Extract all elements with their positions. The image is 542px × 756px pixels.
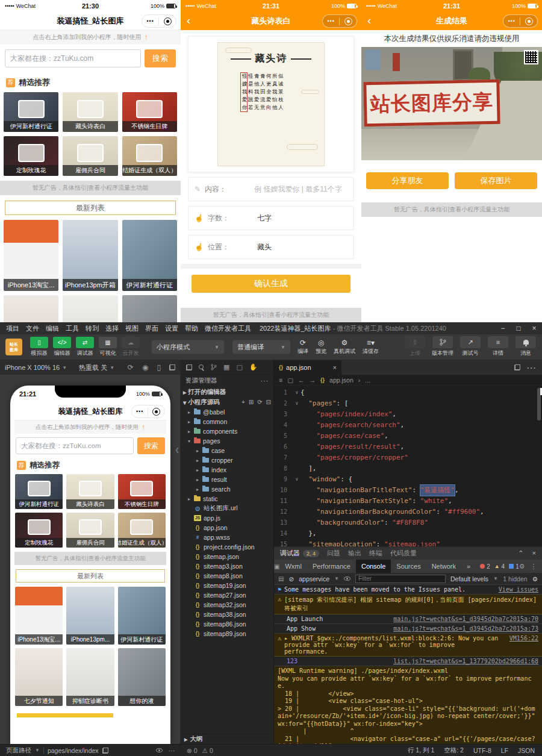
tree-folder[interactable]: ▸index [181, 465, 273, 475]
clear-console-icon[interactable]: ⊘ [288, 575, 294, 583]
source-link[interactable]: VM156:22 [505, 635, 538, 642]
source-link[interactable]: list.js?t=wechat&s=1_13779202bd2966d1:68 [388, 658, 538, 664]
split-editor-icon[interactable] [514, 364, 520, 370]
case-card[interactable] [122, 295, 177, 322]
source-link[interactable]: main.js?t=wechat&s=1_d3945d2ba7c2015a:73 [388, 625, 538, 632]
content-field-row[interactable]: ✎ 内容： 例 怪嫂我爱你 | 最多11个字 [188, 177, 354, 201]
tab-code-quality[interactable]: 代码质量 [390, 549, 417, 558]
tree-file[interactable]: JSapp.js [181, 513, 273, 523]
upload-button[interactable]: ⇧上传 [401, 336, 429, 357]
compile-mode-select[interactable]: 普通编译▼ [232, 340, 290, 354]
collapse-all-icon[interactable]: ⊟ [266, 399, 271, 405]
tree-file[interactable]: {}app.json [181, 523, 273, 533]
view-issues-link[interactable]: View issues [494, 586, 538, 593]
live-expression-eye-icon[interactable] [344, 576, 350, 581]
case-card[interactable]: iPhone13pm... [66, 587, 114, 645]
case-card[interactable]: 不锈钢生日牌 [122, 92, 177, 132]
tree-file[interactable]: {}sitemap.json [181, 552, 273, 561]
tree-file[interactable]: {}sitemap27.json [181, 590, 273, 600]
case-card[interactable]: 不锈钢生日牌 [118, 474, 166, 509]
close-button[interactable]: × [526, 324, 542, 333]
console-filter-input[interactable] [355, 575, 446, 583]
tree-file[interactable]: {}sitemap32.json [181, 600, 273, 610]
capsule-menu[interactable]: ••• [322, 14, 357, 28]
case-card[interactable]: 抑郁症诊断书 [66, 648, 114, 706]
generate-button[interactable]: 确认生成 [192, 275, 350, 293]
share-button[interactable]: 分享朋友 [366, 172, 449, 189]
search-button[interactable]: 搜索 [137, 437, 165, 454]
multi-window-icon[interactable] [169, 364, 175, 370]
bookmark-icon[interactable]: ▢ [287, 376, 293, 384]
outline-icon[interactable]: ≡ [279, 376, 282, 384]
tab-terminal[interactable]: 终端 [369, 549, 382, 558]
menu-item[interactable]: 项目 [6, 324, 19, 333]
source-control-icon[interactable] [211, 364, 217, 370]
nav-forward-icon[interactable]: → [310, 376, 316, 384]
menu-item[interactable]: 文件 [26, 324, 39, 333]
tab-network[interactable]: Network [426, 560, 461, 573]
tree-file[interactable]: {}project.config.json [181, 542, 273, 552]
record-icon[interactable]: ◉ [142, 363, 148, 372]
more-icon[interactable]: ⋯ [526, 362, 536, 373]
tree-file[interactable]: {}sitemap19.json [181, 581, 273, 590]
tree-file[interactable]: {}sitemap3.json [181, 561, 273, 571]
minimize-target-icon[interactable] [344, 17, 352, 25]
project-root-row[interactable]: ▾小程序源码 +⊞⟳⊟ [181, 397, 273, 407]
collapse-icon[interactable]: ⌃ [518, 549, 523, 557]
tree-file[interactable]: {}sitemap8.json [181, 571, 273, 581]
minimize-target-icon[interactable] [164, 17, 172, 25]
nav-back-icon[interactable]: ← [298, 376, 305, 384]
more-icon[interactable]: ⋯ [169, 747, 175, 754]
settings-gear-icon[interactable]: ⚙ [532, 575, 538, 583]
copy-icon[interactable] [102, 748, 108, 754]
close-tab-icon[interactable]: × [333, 364, 337, 371]
word-count-value[interactable]: 七字 [257, 213, 272, 223]
menu-item[interactable]: 工具 [66, 324, 79, 333]
tab-output[interactable]: 输出 [348, 549, 361, 558]
case-card[interactable]: iPhone13淘宝... [4, 220, 58, 291]
case-card[interactable] [63, 295, 117, 322]
tab-wxml[interactable]: Wxml [279, 560, 307, 573]
tree-folder[interactable]: ▸@babel [181, 407, 273, 417]
tree-file[interactable]: #app.wxss [181, 533, 273, 542]
capsule-menu[interactable]: ••• [503, 14, 538, 28]
device-frame-icon[interactable]: ▯ [157, 363, 161, 372]
more-icon[interactable]: ••• [508, 19, 515, 24]
menu-item[interactable]: 视图 [125, 324, 139, 333]
content-input[interactable]: 例 怪嫂我爱你 | 最多11个字 [254, 184, 342, 195]
outline-section[interactable]: ▸大纲 [181, 734, 273, 744]
case-card[interactable]: 定制玫瑰花 [15, 513, 63, 548]
new-file-icon[interactable]: + [241, 399, 245, 405]
case-card[interactable]: 定制玫瑰花 [4, 136, 58, 176]
more-tabs-icon[interactable]: » [461, 560, 476, 573]
top-frame-icon[interactable]: ▤ [278, 575, 284, 582]
search-button[interactable]: 搜索 [145, 49, 176, 67]
minimize-button[interactable]: − [495, 324, 511, 333]
tree-file[interactable]: {}sitemap89.json [181, 629, 273, 639]
menu-item[interactable]: 设置 [165, 324, 178, 333]
console-log-area[interactable]: ⚑Some messages have been moved to the Is… [274, 585, 542, 744]
case-card[interactable]: iPhone13淘宝... [15, 587, 63, 645]
tree-folder[interactable]: ▸cropper [181, 455, 273, 465]
search-icon[interactable] [199, 364, 204, 370]
tab-sources[interactable]: Sources [391, 560, 426, 573]
back-icon[interactable]: ‹ [187, 12, 190, 29]
search-input[interactable]: 大家都在搜：zzTuKu.com [16, 437, 134, 454]
page-path-label[interactable]: 页面路径 [6, 746, 31, 755]
hand-tool-icon[interactable]: ✋ [249, 363, 258, 371]
tree-file[interactable]: {}sitemap86.json [181, 619, 273, 629]
menu-item[interactable]: 界面 [145, 324, 158, 333]
tab-console[interactable]: Console [356, 560, 391, 573]
inspect-icon[interactable]: ▣ [274, 563, 279, 570]
levels-select[interactable]: Default levels [450, 575, 488, 583]
menu-item[interactable]: 选择 [105, 324, 119, 333]
eye-icon[interactable] [156, 748, 163, 752]
refresh-icon[interactable]: ⟳ [257, 399, 262, 405]
maximize-button[interactable]: □ [511, 324, 526, 333]
menu-item[interactable]: 帮助 [185, 324, 198, 333]
case-card[interactable]: 伊河新村通行证 [118, 587, 166, 645]
minimize-target-icon[interactable] [152, 408, 160, 416]
debugger-toggle-button[interactable]: ⇄调试器 [74, 337, 96, 357]
kebab-menu-icon[interactable]: ⋮ [531, 563, 537, 570]
compile-button[interactable]: ⟳编译 [297, 339, 308, 355]
